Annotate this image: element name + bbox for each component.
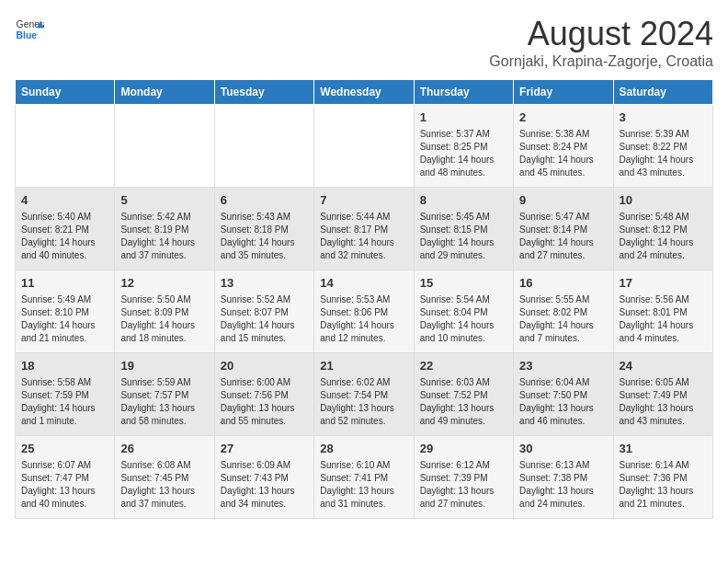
day-number: 6: [221, 192, 308, 209]
day-info: Sunrise: 6:13 AM Sunset: 7:38 PM Dayligh…: [519, 459, 607, 511]
calendar-cell: 4Sunrise: 5:40 AM Sunset: 8:21 PM Daylig…: [16, 188, 115, 270]
calendar-body: 1Sunrise: 5:37 AM Sunset: 8:25 PM Daylig…: [16, 105, 713, 519]
day-number: 25: [21, 441, 108, 457]
calendar-cell: 19Sunrise: 5:59 AM Sunset: 7:57 PM Dayli…: [115, 353, 214, 436]
calendar-cell: 31Sunrise: 6:14 AM Sunset: 7:36 PM Dayli…: [613, 436, 712, 519]
calendar-cell: 7Sunrise: 5:44 AM Sunset: 8:17 PM Daylig…: [314, 188, 414, 270]
weekday-header-cell: Tuesday: [214, 80, 313, 105]
day-number: 3: [620, 109, 707, 126]
calendar-cell: 27Sunrise: 6:09 AM Sunset: 7:43 PM Dayli…: [214, 436, 313, 519]
day-number: 31: [620, 441, 707, 457]
day-info: Sunrise: 5:48 AM Sunset: 8:12 PM Dayligh…: [620, 211, 707, 262]
calendar-cell: 13Sunrise: 5:52 AM Sunset: 8:07 PM Dayli…: [214, 270, 313, 353]
svg-text:Blue: Blue: [17, 30, 38, 40]
calendar-cell: 18Sunrise: 5:58 AM Sunset: 7:59 PM Dayli…: [16, 353, 115, 436]
day-info: Sunrise: 6:10 AM Sunset: 7:41 PM Dayligh…: [320, 459, 407, 511]
day-info: Sunrise: 6:00 AM Sunset: 7:56 PM Dayligh…: [221, 376, 308, 428]
day-number: 22: [420, 358, 507, 374]
calendar-cell: 9Sunrise: 5:47 AM Sunset: 8:14 PM Daylig…: [514, 188, 613, 270]
day-info: Sunrise: 5:56 AM Sunset: 8:01 PM Dayligh…: [620, 293, 707, 345]
calendar-cell: 2Sunrise: 5:38 AM Sunset: 8:24 PM Daylig…: [514, 105, 613, 188]
calendar-cell: 16Sunrise: 5:55 AM Sunset: 8:02 PM Dayli…: [514, 270, 613, 353]
weekday-header-cell: Thursday: [414, 80, 513, 105]
day-info: Sunrise: 5:44 AM Sunset: 8:17 PM Dayligh…: [320, 211, 407, 262]
day-number: 18: [21, 358, 108, 374]
day-info: Sunrise: 6:12 AM Sunset: 7:39 PM Dayligh…: [420, 459, 507, 511]
day-number: 21: [320, 358, 407, 374]
day-info: Sunrise: 6:04 AM Sunset: 7:50 PM Dayligh…: [519, 376, 607, 428]
logo: General Blue: [15, 15, 44, 44]
day-number: 9: [519, 192, 607, 209]
calendar-cell: 24Sunrise: 6:05 AM Sunset: 7:49 PM Dayli…: [613, 353, 712, 436]
day-number: 15: [420, 275, 507, 292]
day-number: 23: [519, 358, 607, 374]
location-title: Gornjaki, Krapina-Zagorje, Croatia: [489, 53, 713, 70]
calendar-cell: 12Sunrise: 5:50 AM Sunset: 8:09 PM Dayli…: [115, 270, 214, 353]
calendar-cell: 14Sunrise: 5:53 AM Sunset: 8:06 PM Dayli…: [314, 270, 414, 353]
day-number: 27: [221, 441, 308, 457]
day-info: Sunrise: 5:55 AM Sunset: 8:02 PM Dayligh…: [519, 293, 607, 345]
calendar-cell: 17Sunrise: 5:56 AM Sunset: 8:01 PM Dayli…: [613, 270, 712, 353]
calendar-cell: 25Sunrise: 6:07 AM Sunset: 7:47 PM Dayli…: [16, 436, 115, 519]
calendar-cell: [16, 105, 115, 188]
calendar-week-row: 1Sunrise: 5:37 AM Sunset: 8:25 PM Daylig…: [16, 105, 713, 188]
calendar-week-row: 4Sunrise: 5:40 AM Sunset: 8:21 PM Daylig…: [16, 188, 713, 270]
day-info: Sunrise: 5:45 AM Sunset: 8:15 PM Dayligh…: [420, 211, 507, 262]
calendar-week-row: 25Sunrise: 6:07 AM Sunset: 7:47 PM Dayli…: [16, 436, 713, 519]
calendar-cell: 6Sunrise: 5:43 AM Sunset: 8:18 PM Daylig…: [214, 188, 313, 270]
day-info: Sunrise: 5:42 AM Sunset: 8:19 PM Dayligh…: [120, 211, 208, 262]
day-info: Sunrise: 6:02 AM Sunset: 7:54 PM Dayligh…: [320, 376, 407, 428]
day-info: Sunrise: 5:58 AM Sunset: 7:59 PM Dayligh…: [21, 376, 108, 428]
day-info: Sunrise: 5:49 AM Sunset: 8:10 PM Dayligh…: [21, 293, 108, 345]
day-info: Sunrise: 6:03 AM Sunset: 7:52 PM Dayligh…: [420, 376, 507, 428]
calendar-cell: 1Sunrise: 5:37 AM Sunset: 8:25 PM Daylig…: [414, 105, 513, 188]
calendar-cell: 8Sunrise: 5:45 AM Sunset: 8:15 PM Daylig…: [414, 188, 513, 270]
calendar-cell: 26Sunrise: 6:08 AM Sunset: 7:45 PM Dayli…: [115, 436, 214, 519]
calendar-cell: 29Sunrise: 6:12 AM Sunset: 7:39 PM Dayli…: [414, 436, 513, 519]
weekday-header-cell: Saturday: [613, 80, 712, 105]
day-number: 7: [320, 192, 407, 209]
calendar-table: SundayMondayTuesdayWednesdayThursdayFrid…: [15, 79, 713, 519]
title-block: August 2024 Gornjaki, Krapina-Zagorje, C…: [489, 15, 713, 70]
calendar-cell: 3Sunrise: 5:39 AM Sunset: 8:22 PM Daylig…: [613, 105, 712, 188]
calendar-cell: 5Sunrise: 5:42 AM Sunset: 8:19 PM Daylig…: [115, 188, 214, 270]
calendar-week-row: 11Sunrise: 5:49 AM Sunset: 8:10 PM Dayli…: [16, 270, 713, 353]
day-info: Sunrise: 6:14 AM Sunset: 7:36 PM Dayligh…: [620, 459, 707, 511]
month-title: August 2024: [489, 15, 713, 53]
day-info: Sunrise: 6:08 AM Sunset: 7:45 PM Dayligh…: [120, 459, 208, 511]
calendar-cell: 21Sunrise: 6:02 AM Sunset: 7:54 PM Dayli…: [314, 353, 414, 436]
calendar-cell: 23Sunrise: 6:04 AM Sunset: 7:50 PM Dayli…: [514, 353, 613, 436]
calendar-week-row: 18Sunrise: 5:58 AM Sunset: 7:59 PM Dayli…: [16, 353, 713, 436]
day-info: Sunrise: 5:54 AM Sunset: 8:04 PM Dayligh…: [420, 293, 507, 345]
day-number: 13: [221, 275, 308, 292]
day-info: Sunrise: 5:53 AM Sunset: 8:06 PM Dayligh…: [320, 293, 407, 345]
weekday-header-cell: Friday: [514, 80, 613, 105]
day-info: Sunrise: 5:52 AM Sunset: 8:07 PM Dayligh…: [221, 293, 308, 345]
weekday-header-cell: Sunday: [16, 80, 115, 105]
day-number: 1: [420, 109, 507, 126]
day-info: Sunrise: 5:47 AM Sunset: 8:14 PM Dayligh…: [519, 211, 607, 262]
page-header: General Blue August 2024 Gornjaki, Krapi…: [15, 15, 713, 70]
day-info: Sunrise: 6:09 AM Sunset: 7:43 PM Dayligh…: [221, 459, 308, 511]
day-number: 4: [21, 192, 108, 209]
day-number: 29: [420, 441, 507, 457]
calendar-cell: 22Sunrise: 6:03 AM Sunset: 7:52 PM Dayli…: [414, 353, 513, 436]
calendar-cell: [115, 105, 214, 188]
day-number: 26: [120, 441, 208, 457]
weekday-header-row: SundayMondayTuesdayWednesdayThursdayFrid…: [16, 80, 713, 105]
day-number: 2: [519, 109, 607, 126]
day-info: Sunrise: 5:40 AM Sunset: 8:21 PM Dayligh…: [21, 211, 108, 262]
day-number: 5: [120, 192, 208, 209]
day-number: 14: [320, 275, 407, 292]
day-info: Sunrise: 6:07 AM Sunset: 7:47 PM Dayligh…: [21, 459, 108, 511]
day-number: 12: [120, 275, 208, 292]
day-info: Sunrise: 5:50 AM Sunset: 8:09 PM Dayligh…: [120, 293, 208, 345]
calendar-cell: 28Sunrise: 6:10 AM Sunset: 7:41 PM Dayli…: [314, 436, 414, 519]
day-number: 19: [120, 358, 208, 374]
calendar-cell: 30Sunrise: 6:13 AM Sunset: 7:38 PM Dayli…: [514, 436, 613, 519]
day-number: 11: [21, 275, 108, 292]
day-info: Sunrise: 5:43 AM Sunset: 8:18 PM Dayligh…: [221, 211, 308, 262]
calendar-cell: 15Sunrise: 5:54 AM Sunset: 8:04 PM Dayli…: [414, 270, 513, 353]
weekday-header-cell: Wednesday: [314, 80, 414, 105]
day-number: 24: [620, 358, 707, 374]
